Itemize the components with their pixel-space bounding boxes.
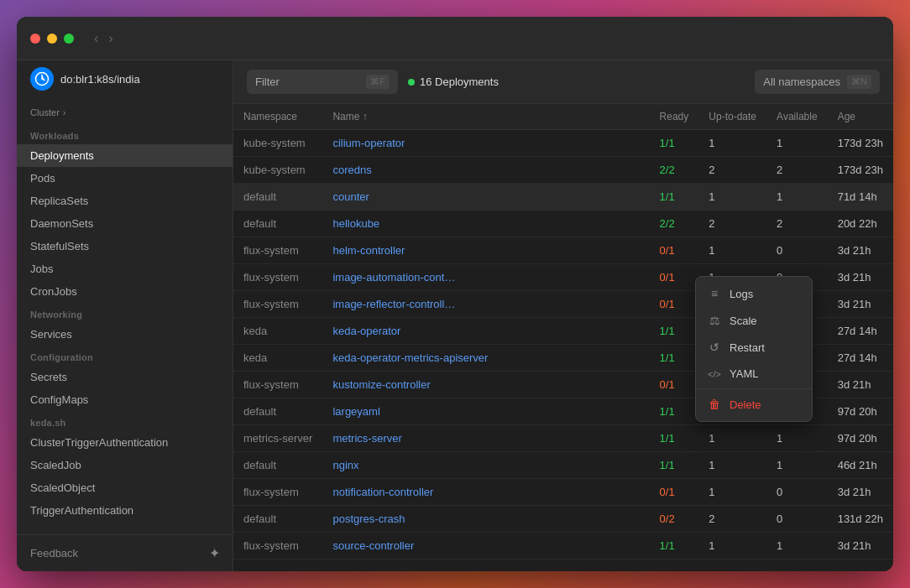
- sidebar-item-scaledjob[interactable]: ScaledJob: [17, 454, 233, 476]
- cell-uptodate: 2: [698, 157, 766, 184]
- cell-name[interactable]: notification-controller: [322, 479, 498, 506]
- maximize-button[interactable]: [64, 34, 74, 44]
- namespace-selector[interactable]: All namespaces ⌘N: [755, 70, 880, 94]
- filter-shortcut: ⌘F: [366, 75, 390, 89]
- sidebar-cluster[interactable]: Cluster ›: [17, 104, 233, 124]
- cell-name[interactable]: source-controller: [322, 533, 498, 559]
- cell-available: 0: [766, 237, 828, 264]
- sidebar-item-jobs[interactable]: Jobs: [17, 258, 233, 280]
- close-button[interactable]: [30, 34, 40, 44]
- restart-icon: ↺: [708, 341, 721, 354]
- table-row[interactable]: default counter 1/1 1 1 71d 14h: [233, 184, 893, 211]
- sidebar: do:blr1:k8s/india Cluster › Workloads De…: [17, 60, 233, 571]
- context-menu-yaml-label: YAML: [730, 367, 758, 380]
- cell-name[interactable]: image-reflector-controll…: [322, 291, 498, 318]
- sidebar-item-secrets[interactable]: Secrets: [17, 366, 233, 388]
- col-age[interactable]: Age: [828, 104, 893, 130]
- main-content: do:blr1:k8s/india Cluster › Workloads De…: [17, 60, 893, 571]
- filter-box[interactable]: Filter ⌘F: [247, 70, 398, 94]
- sidebar-item-pods[interactable]: Pods: [17, 167, 233, 190]
- cell-uptodate: 2: [698, 506, 766, 533]
- cell-name[interactable]: metrics-server: [322, 425, 498, 452]
- cell-name[interactable]: postgres-crash: [322, 506, 498, 533]
- namespace-text: All namespaces: [763, 75, 840, 88]
- cell-ready: 2/2: [650, 211, 699, 237]
- table-row[interactable]: default hellokube 2/2 2 2 20d 22h: [233, 211, 893, 237]
- cell-name[interactable]: kustomize-controller: [322, 372, 498, 398]
- feedback-button[interactable]: Feedback: [30, 547, 78, 559]
- table-row[interactable]: flux-system notification-controller 0/1 …: [233, 479, 893, 506]
- cell-ready: 0/1: [650, 237, 699, 264]
- sidebar-item-statefulsets[interactable]: StatefulSets: [17, 235, 233, 258]
- sidebar-logo[interactable]: do:blr1:k8s/india: [17, 60, 233, 104]
- sidebar-item-configmaps[interactable]: ConfigMaps: [17, 388, 233, 411]
- cell-available: 1: [766, 425, 828, 452]
- table-row[interactable]: kube-system cilium-operator 1/1 1 1 173d…: [233, 130, 893, 157]
- sidebar-item-scaledobject[interactable]: ScaledObject: [17, 476, 233, 499]
- cluster-arrow: ›: [63, 107, 66, 117]
- cell-age: 20d 22h: [828, 211, 893, 237]
- cell-age: 97d 20h: [828, 425, 893, 452]
- table-row[interactable]: kube-system coredns 2/2 2 2 173d 23h: [233, 157, 893, 184]
- sidebar-item-clustertrigger[interactable]: ClusterTriggerAuthentication: [17, 431, 233, 454]
- col-name[interactable]: Name ↑: [322, 104, 498, 130]
- col-namespace[interactable]: Namespace: [233, 104, 322, 130]
- context-menu-restart[interactable]: ↺ Restart: [696, 334, 812, 361]
- configuration-section-label: Configuration: [17, 346, 233, 366]
- cell-age: 173d 23h: [828, 157, 893, 184]
- sidebar-item-replicasets[interactable]: ReplicaSets: [17, 190, 233, 212]
- context-menu-logs[interactable]: ≡ Logs: [696, 280, 812, 307]
- context-menu-yaml[interactable]: </> YAML: [696, 361, 812, 387]
- cell-name[interactable]: nginx: [322, 452, 498, 479]
- col-empty: [499, 104, 650, 130]
- filter-label: Filter: [255, 75, 280, 88]
- cell-available: 1: [766, 452, 828, 479]
- col-ready[interactable]: Ready: [650, 104, 699, 130]
- sidebar-item-deployments[interactable]: Deployments: [17, 144, 233, 167]
- cell-name[interactable]: keda-operator-metrics-apiserver: [322, 345, 498, 372]
- cell-ready: 0/1: [650, 264, 699, 291]
- table-row[interactable]: metrics-server metrics-server 1/1 1 1 97…: [233, 425, 893, 452]
- table-row[interactable]: flux-system source-controller 1/1 1 1 3d…: [233, 533, 893, 559]
- cell-ready: 0/2: [650, 506, 699, 533]
- cell-ready: 1/1: [650, 533, 699, 559]
- cell-name[interactable]: helm-controller: [322, 237, 498, 264]
- logs-icon: ≡: [708, 287, 721, 300]
- minimize-button[interactable]: [47, 34, 57, 44]
- cell-name[interactable]: counter: [322, 184, 498, 211]
- cell-empty: [499, 291, 650, 318]
- table-row[interactable]: default nginx 1/1 1 1 46d 21h: [233, 452, 893, 479]
- cell-name[interactable]: cilium-operator: [322, 130, 498, 157]
- context-menu-delete[interactable]: 🗑 Delete: [696, 391, 812, 418]
- back-arrow[interactable]: ‹: [91, 29, 102, 48]
- cell-age: 71d 14h: [828, 184, 893, 211]
- cell-name[interactable]: image-automation-cont…: [322, 264, 498, 291]
- cell-uptodate: 1: [698, 130, 766, 157]
- content-area: Filter ⌘F 16 Deployments All namespaces …: [233, 60, 893, 571]
- cell-name[interactable]: largeyaml: [322, 398, 498, 425]
- cell-age: 131d 22h: [828, 506, 893, 533]
- table-row[interactable]: flux-system helm-controller 0/1 1 0 3d 2…: [233, 237, 893, 264]
- cell-uptodate: 1: [698, 184, 766, 211]
- col-uptodate[interactable]: Up-to-date: [698, 104, 766, 130]
- cell-empty: [499, 318, 650, 345]
- sidebar-item-daemonsets[interactable]: DaemonSets: [17, 212, 233, 235]
- cell-uptodate: 1: [698, 479, 766, 506]
- cell-namespace: kube-system: [233, 130, 322, 157]
- settings-icon[interactable]: ✦: [209, 545, 220, 561]
- col-available[interactable]: Available: [766, 104, 828, 130]
- sidebar-item-triggerauth[interactable]: TriggerAuthentication: [17, 499, 233, 522]
- sidebar-footer: Feedback ✦: [17, 534, 233, 571]
- cell-name[interactable]: coredns: [322, 157, 498, 184]
- sidebar-item-cronjobs[interactable]: CronJobs: [17, 280, 233, 303]
- sidebar-item-services[interactable]: Services: [17, 323, 233, 346]
- cell-age: 173d 23h: [828, 130, 893, 157]
- cell-name[interactable]: hellokube: [322, 211, 498, 237]
- table-row[interactable]: default postgres-crash 0/2 2 0 131d 22h: [233, 506, 893, 533]
- cell-uptodate: 1: [698, 425, 766, 452]
- forward-arrow[interactable]: ›: [105, 29, 116, 48]
- cell-namespace: flux-system: [233, 291, 322, 318]
- cell-namespace: flux-system: [233, 479, 322, 506]
- cell-name[interactable]: keda-operator: [322, 318, 498, 345]
- context-menu-scale[interactable]: ⚖ Scale: [696, 307, 812, 334]
